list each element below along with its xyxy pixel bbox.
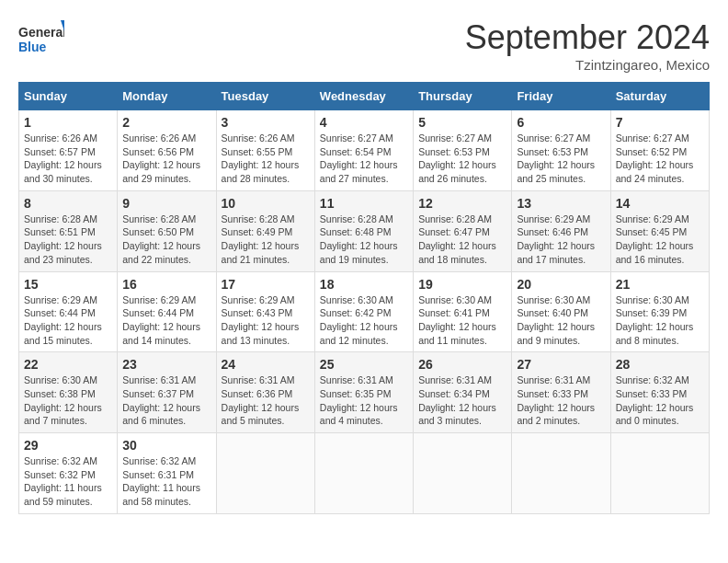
day-info: Sunrise: 6:29 AM Sunset: 6:44 PM Dayligh… [122, 293, 210, 348]
day-info: Sunrise: 6:28 AM Sunset: 6:47 PM Dayligh… [418, 213, 506, 267]
day-cell-17: 17Sunrise: 6:29 AM Sunset: 6:43 PM Dayli… [216, 271, 314, 352]
week-row-4: 22Sunrise: 6:30 AM Sunset: 6:38 PM Dayli… [19, 352, 710, 433]
empty-cell [216, 433, 314, 514]
day-info: Sunrise: 6:26 AM Sunset: 6:56 PM Dayligh… [122, 132, 210, 186]
day-cell-9: 9Sunrise: 6:28 AM Sunset: 6:50 PM Daylig… [118, 190, 216, 271]
empty-cell [414, 433, 512, 514]
month-title: September 2024 [465, 18, 710, 57]
day-cell-4: 4Sunrise: 6:27 AM Sunset: 6:54 PM Daylig… [314, 110, 413, 191]
day-info: Sunrise: 6:31 AM Sunset: 6:36 PM Dayligh… [222, 373, 310, 428]
day-info: Sunrise: 6:31 AM Sunset: 6:37 PM Dayligh… [122, 373, 210, 428]
day-info: Sunrise: 6:27 AM Sunset: 6:52 PM Dayligh… [616, 132, 704, 186]
day-number: 14 [616, 196, 704, 211]
week-row-1: 1Sunrise: 6:26 AM Sunset: 6:57 PM Daylig… [19, 110, 710, 191]
location-subtitle: Tzintzingareo, Mexico [465, 57, 710, 73]
day-info: Sunrise: 6:28 AM Sunset: 6:50 PM Dayligh… [122, 213, 210, 267]
logo: General Blue [18, 18, 64, 64]
day-cell-21: 21Sunrise: 6:30 AM Sunset: 6:39 PM Dayli… [610, 271, 709, 352]
day-info: Sunrise: 6:30 AM Sunset: 6:40 PM Dayligh… [517, 293, 605, 348]
day-number: 8 [24, 196, 112, 211]
day-info: Sunrise: 6:29 AM Sunset: 6:43 PM Dayligh… [222, 293, 310, 348]
day-info: Sunrise: 6:30 AM Sunset: 6:38 PM Dayligh… [24, 373, 112, 428]
day-number: 3 [222, 115, 310, 130]
day-info: Sunrise: 6:26 AM Sunset: 6:57 PM Dayligh… [24, 132, 112, 186]
day-info: Sunrise: 6:27 AM Sunset: 6:54 PM Dayligh… [320, 132, 408, 186]
day-info: Sunrise: 6:32 AM Sunset: 6:31 PM Dayligh… [122, 454, 210, 509]
day-cell-14: 14Sunrise: 6:29 AM Sunset: 6:45 PM Dayli… [610, 190, 709, 271]
day-number: 26 [418, 357, 506, 372]
day-number: 30 [122, 438, 210, 453]
day-cell-11: 11Sunrise: 6:28 AM Sunset: 6:48 PM Dayli… [314, 190, 413, 271]
day-info: Sunrise: 6:30 AM Sunset: 6:42 PM Dayligh… [320, 293, 408, 348]
day-number: 21 [616, 277, 704, 292]
day-header-thursday: Thursday [414, 83, 512, 110]
day-number: 2 [122, 115, 210, 130]
day-number: 15 [24, 277, 112, 292]
day-header-tuesday: Tuesday [216, 83, 314, 110]
empty-cell [314, 433, 413, 514]
day-info: Sunrise: 6:30 AM Sunset: 6:41 PM Dayligh… [418, 293, 506, 348]
day-cell-29: 29Sunrise: 6:32 AM Sunset: 6:32 PM Dayli… [19, 433, 118, 514]
day-cell-28: 28Sunrise: 6:32 AM Sunset: 6:33 PM Dayli… [610, 352, 709, 433]
day-cell-22: 22Sunrise: 6:30 AM Sunset: 6:38 PM Dayli… [19, 352, 118, 433]
title-area: September 2024 Tzintzingareo, Mexico [465, 18, 710, 73]
day-info: Sunrise: 6:29 AM Sunset: 6:44 PM Dayligh… [24, 293, 112, 348]
day-cell-2: 2Sunrise: 6:26 AM Sunset: 6:56 PM Daylig… [118, 110, 216, 191]
day-info: Sunrise: 6:31 AM Sunset: 6:33 PM Dayligh… [517, 373, 605, 428]
empty-cell [512, 433, 610, 514]
day-info: Sunrise: 6:31 AM Sunset: 6:35 PM Dayligh… [320, 373, 408, 428]
week-row-5: 29Sunrise: 6:32 AM Sunset: 6:32 PM Dayli… [19, 433, 710, 514]
day-header-saturday: Saturday [610, 83, 709, 110]
day-number: 19 [418, 277, 506, 292]
day-header-wednesday: Wednesday [314, 83, 413, 110]
day-number: 5 [418, 115, 506, 130]
day-number: 12 [418, 196, 506, 211]
day-cell-10: 10Sunrise: 6:28 AM Sunset: 6:49 PM Dayli… [216, 190, 314, 271]
day-cell-16: 16Sunrise: 6:29 AM Sunset: 6:44 PM Dayli… [118, 271, 216, 352]
day-number: 27 [517, 357, 605, 372]
day-cell-3: 3Sunrise: 6:26 AM Sunset: 6:55 PM Daylig… [216, 110, 314, 191]
day-number: 22 [24, 357, 112, 372]
header-row: SundayMondayTuesdayWednesdayThursdayFrid… [19, 83, 710, 110]
empty-cell [610, 433, 709, 514]
logo-svg: General Blue [18, 18, 64, 64]
day-number: 17 [222, 277, 310, 292]
day-cell-19: 19Sunrise: 6:30 AM Sunset: 6:41 PM Dayli… [414, 271, 512, 352]
day-info: Sunrise: 6:27 AM Sunset: 6:53 PM Dayligh… [517, 132, 605, 186]
day-cell-24: 24Sunrise: 6:31 AM Sunset: 6:36 PM Dayli… [216, 352, 314, 433]
day-info: Sunrise: 6:28 AM Sunset: 6:48 PM Dayligh… [320, 213, 408, 267]
day-number: 25 [320, 357, 408, 372]
calendar-table: SundayMondayTuesdayWednesdayThursdayFrid… [18, 82, 710, 514]
day-number: 11 [320, 196, 408, 211]
day-info: Sunrise: 6:30 AM Sunset: 6:39 PM Dayligh… [616, 293, 704, 348]
day-number: 9 [122, 196, 210, 211]
week-row-3: 15Sunrise: 6:29 AM Sunset: 6:44 PM Dayli… [19, 271, 710, 352]
day-info: Sunrise: 6:32 AM Sunset: 6:32 PM Dayligh… [24, 454, 112, 509]
day-number: 7 [616, 115, 704, 130]
day-info: Sunrise: 6:26 AM Sunset: 6:55 PM Dayligh… [222, 132, 310, 186]
day-cell-26: 26Sunrise: 6:31 AM Sunset: 6:34 PM Dayli… [414, 352, 512, 433]
day-number: 13 [517, 196, 605, 211]
day-header-sunday: Sunday [19, 83, 118, 110]
day-number: 29 [24, 438, 112, 453]
day-cell-7: 7Sunrise: 6:27 AM Sunset: 6:52 PM Daylig… [610, 110, 709, 191]
day-number: 24 [222, 357, 310, 372]
header: General Blue September 2024 Tzintzingare… [18, 18, 710, 73]
day-cell-1: 1Sunrise: 6:26 AM Sunset: 6:57 PM Daylig… [19, 110, 118, 191]
day-info: Sunrise: 6:31 AM Sunset: 6:34 PM Dayligh… [418, 373, 506, 428]
day-cell-30: 30Sunrise: 6:32 AM Sunset: 6:31 PM Dayli… [118, 433, 216, 514]
day-cell-15: 15Sunrise: 6:29 AM Sunset: 6:44 PM Dayli… [19, 271, 118, 352]
day-number: 1 [24, 115, 112, 130]
day-cell-8: 8Sunrise: 6:28 AM Sunset: 6:51 PM Daylig… [19, 190, 118, 271]
day-number: 10 [222, 196, 310, 211]
day-cell-12: 12Sunrise: 6:28 AM Sunset: 6:47 PM Dayli… [414, 190, 512, 271]
day-number: 23 [122, 357, 210, 372]
day-header-friday: Friday [512, 83, 610, 110]
day-number: 20 [517, 277, 605, 292]
day-number: 4 [320, 115, 408, 130]
day-cell-18: 18Sunrise: 6:30 AM Sunset: 6:42 PM Dayli… [314, 271, 413, 352]
day-number: 18 [320, 277, 408, 292]
day-info: Sunrise: 6:28 AM Sunset: 6:51 PM Dayligh… [24, 213, 112, 267]
day-cell-5: 5Sunrise: 6:27 AM Sunset: 6:53 PM Daylig… [414, 110, 512, 191]
day-cell-27: 27Sunrise: 6:31 AM Sunset: 6:33 PM Dayli… [512, 352, 610, 433]
